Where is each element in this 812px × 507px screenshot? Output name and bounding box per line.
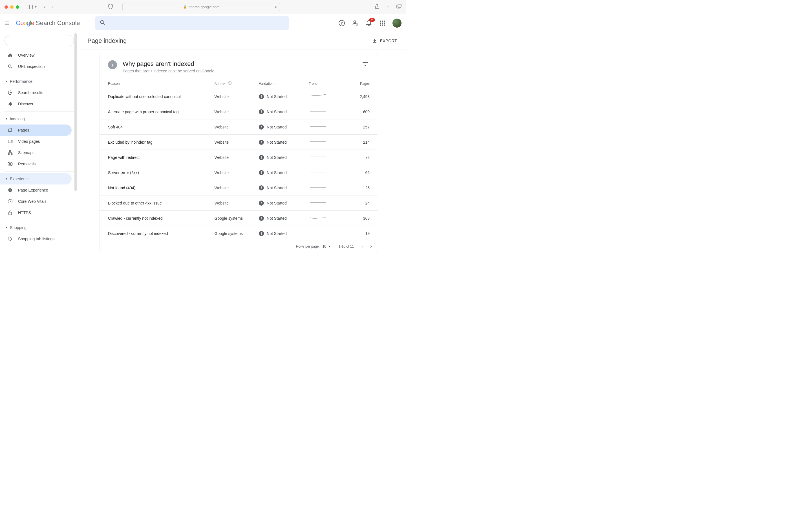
new-tab-icon[interactable]: ＋ xyxy=(386,4,390,10)
sidebar-item-sitemaps[interactable]: Sitemaps xyxy=(0,147,71,158)
forward-button: › xyxy=(51,4,53,10)
trend-cell xyxy=(305,180,344,195)
sidebar-section-shopping[interactable]: ▼ Shopping xyxy=(0,222,79,233)
sidebar-item-page-experience[interactable]: Page Experience xyxy=(0,184,71,196)
svg-rect-1 xyxy=(398,4,401,7)
export-label: EXPORT xyxy=(380,39,397,43)
trend-cell xyxy=(305,165,344,180)
table-row[interactable]: Server error (5xx) Website ! Not Started… xyxy=(100,165,377,180)
apps-button[interactable] xyxy=(379,20,386,26)
main-content: Page indexing EXPORT i Why pages aren't … xyxy=(79,32,406,253)
sidebar-item-https[interactable]: HTTPS xyxy=(0,207,71,218)
back-button[interactable]: ‹ xyxy=(44,4,46,10)
sidebar-item-url-inspection[interactable]: URL inspection xyxy=(0,61,71,72)
not-started-icon: ! xyxy=(259,185,264,190)
chevron-down-icon[interactable]: ▼ xyxy=(35,5,37,8)
table-row[interactable]: Crawled - currently not indexed Google s… xyxy=(100,211,377,226)
sidebar-section-experience[interactable]: ▼ Experience xyxy=(0,173,71,184)
sidebar-item-removals[interactable]: Removals xyxy=(0,158,71,170)
address-bar[interactable]: 🔒 search.google.com ↻ xyxy=(122,3,280,11)
pages-cell: 19 xyxy=(344,226,377,241)
sidebar-item-label: HTTPS xyxy=(18,210,31,215)
sidebar-item-label: Page Experience xyxy=(18,188,48,192)
divider xyxy=(4,111,74,112)
trend-cell xyxy=(305,195,344,211)
export-button[interactable]: EXPORT xyxy=(372,38,397,43)
col-reason[interactable]: Reason xyxy=(100,78,211,89)
help-icon: ? xyxy=(339,20,345,26)
svg-point-6 xyxy=(8,65,11,67)
section-label: Experience xyxy=(10,177,30,181)
table-row[interactable]: Discovered - currently not indexed Googl… xyxy=(100,226,377,241)
table-row[interactable]: Blocked due to other 4xx issue Website !… xyxy=(100,195,377,211)
table-row[interactable]: Duplicate without user-selected canonica… xyxy=(100,89,377,104)
notifications-button[interactable]: 74 xyxy=(365,20,372,26)
sidebar-item-discover[interactable]: ✱ Discover xyxy=(0,98,71,110)
product-logo[interactable]: Google Search Console xyxy=(16,19,80,27)
sidebar-section-indexing[interactable]: ▼ Indexing xyxy=(0,113,79,124)
reason-cell: Alternate page with proper canonical tag xyxy=(100,104,211,119)
table-row[interactable]: Soft 404 Website ! Not Started 257 xyxy=(100,119,377,135)
refresh-icon[interactable]: ↻ xyxy=(274,5,278,9)
account-avatar[interactable] xyxy=(393,18,402,27)
user-settings-button[interactable] xyxy=(352,20,359,26)
sidebar-item-search-results[interactable]: Search results xyxy=(0,87,71,98)
source-cell: Website xyxy=(211,104,255,119)
validation-cell: ! Not Started xyxy=(255,180,305,195)
share-icon[interactable] xyxy=(375,4,379,10)
table-row[interactable]: Not found (404) Website ! Not Started 25 xyxy=(100,180,377,195)
notification-badge: 74 xyxy=(369,18,375,22)
sidebar-toggle-icon[interactable] xyxy=(27,5,33,9)
svg-rect-9 xyxy=(8,140,11,143)
help-icon[interactable]: ? xyxy=(228,82,232,86)
pages-cell: 2,493 xyxy=(344,89,377,104)
page-header: Page indexing EXPORT xyxy=(79,32,406,50)
search-bar[interactable] xyxy=(95,16,289,30)
section-label: Performance xyxy=(10,79,33,83)
menu-button[interactable]: ☰ xyxy=(4,20,11,26)
filter-button[interactable] xyxy=(361,60,370,68)
table-row[interactable]: Page with redirect Website ! Not Started… xyxy=(100,150,377,165)
tabs-icon[interactable] xyxy=(396,4,402,10)
not-started-icon: ! xyxy=(259,201,264,206)
trend-cell xyxy=(305,150,344,165)
pages-cell: 368 xyxy=(344,211,377,226)
pagination-range: 1-10 of 11 xyxy=(339,244,354,248)
sidebar: Overview URL inspection ▼ Performance Se… xyxy=(0,32,79,253)
maximize-window-button[interactable] xyxy=(16,5,19,9)
sidebar-item-video-pages[interactable]: Video pages xyxy=(0,136,71,147)
pages-cell: 257 xyxy=(344,119,377,135)
privacy-shield-icon[interactable] xyxy=(108,4,113,10)
next-page-button[interactable]: › xyxy=(370,243,372,249)
table-row[interactable]: Excluded by 'noindex' tag Website ! Not … xyxy=(100,135,377,150)
col-pages[interactable]: Pages xyxy=(344,78,377,89)
sidebar-item-pages[interactable]: Pages xyxy=(0,124,71,136)
card-title: Why pages aren't indexed xyxy=(123,60,214,68)
download-icon xyxy=(372,38,377,43)
card-header: i Why pages aren't indexed Pages that ar… xyxy=(100,54,377,78)
scrollbar[interactable] xyxy=(74,33,77,191)
col-source[interactable]: Source ? xyxy=(211,78,255,89)
col-validation[interactable]: Validation ↓ xyxy=(255,78,305,89)
sidebar-item-core-web-vitals[interactable]: Core Web Vitals xyxy=(0,196,71,207)
minimize-window-button[interactable] xyxy=(10,5,13,9)
property-selector[interactable] xyxy=(4,35,74,46)
col-trend[interactable]: Trend xyxy=(305,78,344,89)
table-row[interactable]: Alternate page with proper canonical tag… xyxy=(100,104,377,119)
not-started-icon: ! xyxy=(259,124,264,129)
google-g-icon xyxy=(7,90,13,95)
divider xyxy=(4,220,74,220)
product-name: Search Console xyxy=(36,19,80,27)
pages-icon xyxy=(7,128,13,133)
validation-cell: ! Not Started xyxy=(255,150,305,165)
collapse-icon: ▼ xyxy=(5,226,8,229)
search-icon xyxy=(7,64,13,69)
rows-per-page-select[interactable]: 10 ▼ xyxy=(322,244,331,248)
sidebar-item-overview[interactable]: Overview xyxy=(0,50,71,61)
source-cell: Website xyxy=(211,195,255,211)
close-window-button[interactable] xyxy=(4,5,8,9)
sidebar-item-shopping-listings[interactable]: Shopping tab listings xyxy=(0,233,71,244)
help-button[interactable]: ? xyxy=(338,20,345,26)
sidebar-section-performance[interactable]: ▼ Performance xyxy=(0,76,79,87)
asterisk-icon: ✱ xyxy=(7,101,13,107)
